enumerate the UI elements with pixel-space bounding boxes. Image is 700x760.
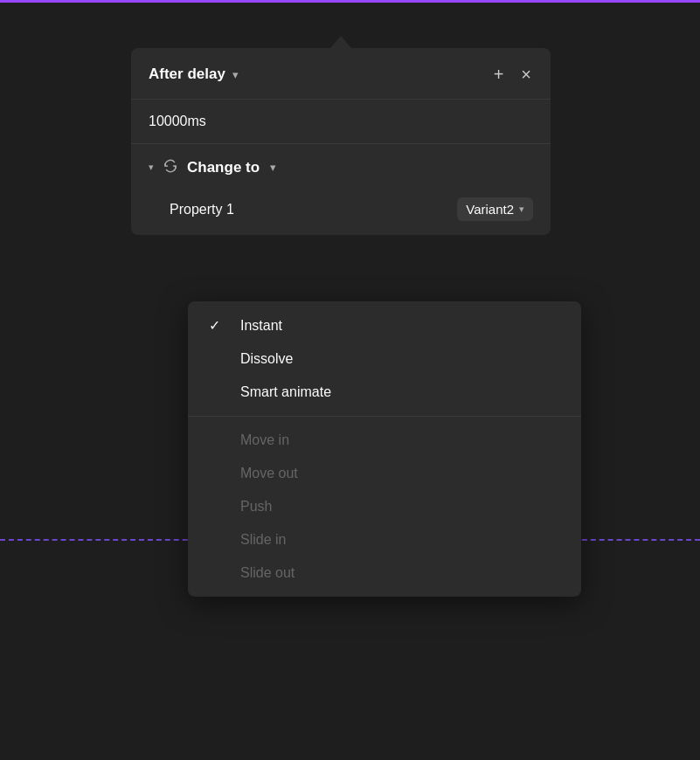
dropdown-item-push: Push <box>188 490 581 523</box>
animation-dropdown: ✓ Instant Dissolve Smart animate Move in… <box>188 301 581 597</box>
dropdown-section-secondary: Move in Move out Push Slide in Slide out <box>188 417 581 597</box>
variant-chevron-icon: ▾ <box>519 204 524 215</box>
dropdown-item-slide-in: Slide in <box>188 523 581 556</box>
refresh-icon <box>163 158 178 176</box>
top-bar <box>0 0 700 3</box>
dropdown-item-slide-out: Slide out <box>188 556 581 590</box>
dropdown-item-dissolve[interactable]: Dissolve <box>188 342 581 376</box>
delay-value: 10000ms <box>131 100 551 144</box>
interaction-panel: After delay ▾ + × 10000ms ▾ Change to ▾ … <box>131 48 551 235</box>
dropdown-label-dissolve: Dissolve <box>240 351 293 367</box>
title-chevron-icon[interactable]: ▾ <box>232 68 239 81</box>
check-icon: ✓ <box>209 317 226 334</box>
variant-value: Variant2 <box>466 202 514 217</box>
dropdown-label-smart-animate: Smart animate <box>240 384 331 400</box>
change-to-row: ▾ Change to ▾ <box>131 144 551 190</box>
panel-title: After delay <box>149 66 225 83</box>
dropdown-label-move-out: Move out <box>240 466 298 481</box>
panel-header: After delay ▾ + × <box>131 48 551 100</box>
dropdown-section-primary: ✓ Instant Dissolve Smart animate <box>188 301 581 417</box>
dropdown-label-instant: Instant <box>240 318 282 334</box>
dropdown-item-instant[interactable]: ✓ Instant <box>188 308 581 342</box>
variant-selector[interactable]: Variant2 ▾ <box>457 197 533 221</box>
dropdown-label-slide-in: Slide in <box>240 532 286 548</box>
add-button[interactable]: + <box>492 64 506 85</box>
change-to-chevron-icon[interactable]: ▾ <box>270 161 276 174</box>
header-actions: + × <box>492 64 533 85</box>
dropdown-item-smart-animate[interactable]: Smart animate <box>188 376 581 409</box>
dropdown-label-move-in: Move in <box>240 432 289 448</box>
property-row: Property 1 Variant2 ▾ <box>131 190 551 235</box>
dropdown-label-slide-out: Slide out <box>240 565 295 581</box>
panel-arrow <box>330 36 351 48</box>
dropdown-item-move-out: Move out <box>188 457 581 490</box>
header-left: After delay ▾ <box>149 66 239 83</box>
close-button[interactable]: × <box>519 64 533 85</box>
collapse-arrow-icon[interactable]: ▾ <box>149 162 154 173</box>
change-to-label: Change to <box>187 159 260 176</box>
dropdown-item-move-in: Move in <box>188 424 581 457</box>
dropdown-label-push: Push <box>240 499 272 515</box>
property-label: Property 1 <box>170 202 234 218</box>
